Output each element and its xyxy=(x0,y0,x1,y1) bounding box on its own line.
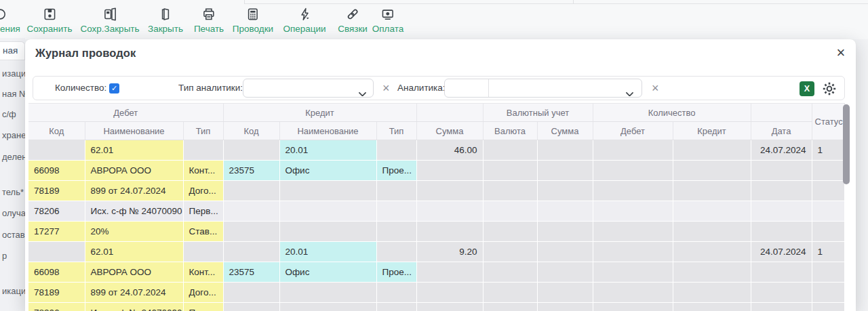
cell-debit-code[interactable]: 66098 xyxy=(28,262,85,283)
cell-date[interactable] xyxy=(751,283,812,303)
cell-debit-code[interactable]: 17277 xyxy=(28,222,85,242)
cell-qty-debit[interactable] xyxy=(593,242,673,262)
cell-amount[interactable] xyxy=(416,201,483,222)
cell-date[interactable]: 24.07.2024 xyxy=(751,242,812,262)
cell-status[interactable] xyxy=(812,283,844,303)
table-row[interactable]: 78206Исх. с-ф № 24070090 ...Перв... xyxy=(28,303,844,311)
cell-credit-type[interactable]: Прое... xyxy=(376,262,416,283)
cell-date[interactable]: 24.07.2024 xyxy=(751,140,812,161)
table-row[interactable]: 62.0120.019.2024.07.20241 xyxy=(28,242,844,262)
cell-date[interactable] xyxy=(751,181,812,201)
cell-credit-type[interactable] xyxy=(376,303,416,311)
cell-debit-code[interactable] xyxy=(28,140,85,161)
cell-debit-type[interactable]: Перв... xyxy=(183,303,223,311)
cell-status[interactable] xyxy=(812,303,844,311)
cell-qty-debit[interactable] xyxy=(593,303,673,311)
cell-debit-type[interactable]: Став... xyxy=(183,222,223,242)
cell-credit-type[interactable] xyxy=(376,140,416,161)
cell-qty-debit[interactable] xyxy=(593,262,673,283)
table-row[interactable]: 66098АВРОРА ОООКонт...23575ОфисПрое... xyxy=(28,161,844,181)
cell-qty-debit[interactable] xyxy=(593,222,673,242)
cell-debit-code[interactable]: 78189 xyxy=(28,283,85,303)
cell-amount[interactable] xyxy=(416,161,483,181)
cell-date[interactable] xyxy=(751,161,812,181)
cell-status[interactable]: 1 xyxy=(812,140,844,161)
cell-currency[interactable] xyxy=(483,201,537,222)
close-button[interactable]: Закрыть xyxy=(148,7,183,34)
cell-debit-type[interactable] xyxy=(183,140,223,161)
cell-currency[interactable] xyxy=(483,242,537,262)
cell-status[interactable] xyxy=(812,262,844,283)
cell-debit-name[interactable]: 20% xyxy=(85,222,183,242)
cell-debit-code[interactable]: 78206 xyxy=(28,201,85,222)
quantity-checkbox[interactable]: ✓ xyxy=(109,83,119,94)
cell-qty-debit[interactable] xyxy=(593,140,673,161)
gear-icon[interactable] xyxy=(821,81,837,97)
cell-amount[interactable]: 46.00 xyxy=(416,140,483,161)
cell-debit-type[interactable]: Перв... xyxy=(183,201,223,222)
clear-analytics-icon[interactable]: × xyxy=(652,77,659,100)
cell-status[interactable] xyxy=(812,222,844,242)
cell-debit-type[interactable] xyxy=(183,242,223,262)
postings-button[interactable]: Проводки xyxy=(233,7,273,34)
cell-currency-amount[interactable] xyxy=(537,303,593,311)
cell-debit-name[interactable]: Исх. с-ф № 24070090 ... xyxy=(85,303,183,311)
cell-credit-name[interactable]: 20.01 xyxy=(279,242,376,262)
cell-credit-name[interactable]: Офис xyxy=(279,161,376,181)
export-excel-button[interactable]: X xyxy=(800,81,814,96)
cell-credit-code[interactable] xyxy=(223,140,279,161)
toolbar-button-partial[interactable]: ения xyxy=(0,7,20,34)
cell-debit-type[interactable]: Конт... xyxy=(183,161,223,181)
save-close-button[interactable]: Сохр.Закрыть xyxy=(80,7,139,34)
cell-credit-name[interactable] xyxy=(279,283,376,303)
cell-debit-code[interactable]: 78206 xyxy=(28,303,85,311)
cell-credit-type[interactable] xyxy=(376,222,416,242)
underlying-active-tab[interactable]: ная xyxy=(0,41,25,60)
cell-currency[interactable] xyxy=(483,262,537,283)
cell-debit-code[interactable]: 66098 xyxy=(28,161,85,181)
cell-credit-name[interactable] xyxy=(279,201,376,222)
table-row[interactable]: 78189899 от 24.07.2024Дого... xyxy=(28,283,844,303)
cell-credit-code[interactable] xyxy=(223,303,279,311)
cell-credit-name[interactable] xyxy=(279,303,376,311)
cell-date[interactable] xyxy=(751,201,812,222)
clear-analytics-type-icon[interactable]: × xyxy=(382,77,390,100)
cell-credit-type[interactable] xyxy=(376,181,416,201)
cell-credit-code[interactable] xyxy=(223,283,279,303)
cell-credit-name[interactable]: Офис xyxy=(279,262,376,283)
cell-amount[interactable] xyxy=(416,222,483,242)
cell-currency-amount[interactable] xyxy=(537,283,593,303)
cell-credit-type[interactable]: Прое... xyxy=(376,161,416,181)
cell-credit-type[interactable] xyxy=(376,283,416,303)
cell-currency-amount[interactable] xyxy=(537,201,593,222)
cell-qty-credit[interactable] xyxy=(673,222,751,242)
links-button[interactable]: Связки xyxy=(338,7,368,34)
cell-credit-type[interactable] xyxy=(376,201,416,222)
cell-qty-credit[interactable] xyxy=(673,303,751,311)
cell-qty-debit[interactable] xyxy=(593,201,673,222)
table-row[interactable]: 78206Исх. с-ф № 24070090 ...Перв... xyxy=(28,201,844,222)
cell-currency-amount[interactable] xyxy=(537,140,593,161)
cell-qty-credit[interactable] xyxy=(673,140,751,161)
vertical-scrollbar-thumb[interactable] xyxy=(843,104,850,184)
cell-amount[interactable] xyxy=(416,283,483,303)
cell-qty-debit[interactable] xyxy=(593,283,673,303)
payment-button[interactable]: Оплата xyxy=(372,7,403,34)
operations-button[interactable]: Операции xyxy=(283,7,326,34)
cell-status[interactable] xyxy=(812,161,844,181)
cell-currency-amount[interactable] xyxy=(537,262,593,283)
table-row[interactable]: 78189899 от 24.07.2024Дого... xyxy=(28,181,844,201)
cell-qty-credit[interactable] xyxy=(673,201,751,222)
save-button[interactable]: Сохранить xyxy=(26,7,72,34)
cell-status[interactable] xyxy=(812,181,844,201)
cell-qty-credit[interactable] xyxy=(673,283,751,303)
analytics-select[interactable] xyxy=(444,79,642,98)
cell-status[interactable] xyxy=(812,201,844,222)
cell-debit-type[interactable]: Дого... xyxy=(183,283,223,303)
cell-credit-code[interactable] xyxy=(223,222,279,242)
cell-date[interactable] xyxy=(751,303,812,311)
cell-date[interactable] xyxy=(751,262,812,283)
analytics-code-input[interactable] xyxy=(449,81,486,96)
cell-debit-name[interactable]: 899 от 24.07.2024 xyxy=(85,181,183,201)
cell-debit-name[interactable]: Исх. с-ф № 24070090 ... xyxy=(85,201,183,222)
